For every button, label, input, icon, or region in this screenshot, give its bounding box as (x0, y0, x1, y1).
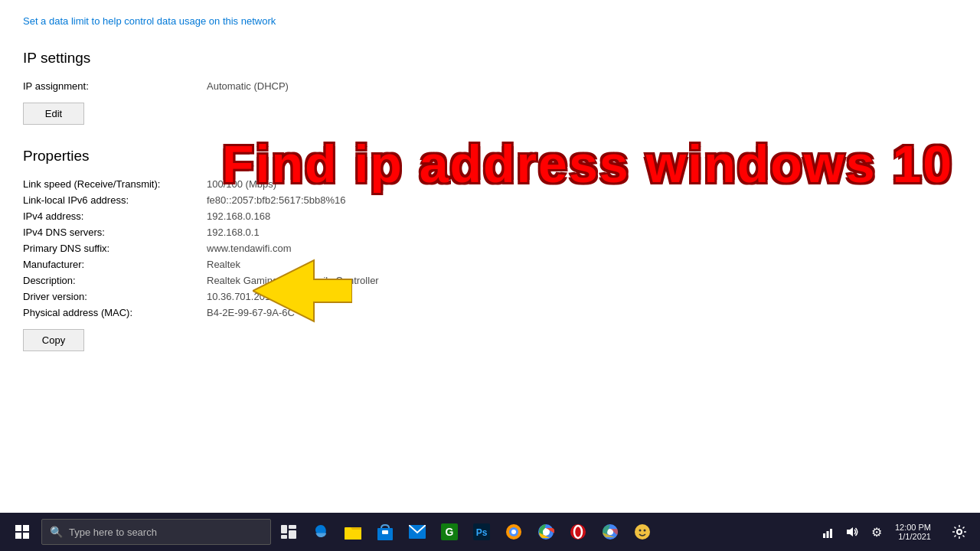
svg-point-26 (639, 530, 642, 532)
opera-icon[interactable] (562, 514, 594, 549)
svg-point-32 (957, 530, 962, 534)
svg-rect-30 (830, 529, 832, 538)
property-value: fe80::2057:bfb2:5617:5bb8%16 (207, 194, 345, 206)
property-value: Realtek Gaming GbE Family Controller (207, 275, 379, 286)
ip-settings-title: IP settings (23, 50, 957, 67)
ip-settings-section: IP settings IP assignment: Automatic (DH… (23, 50, 957, 140)
taskbar: 🔍 Type here to search (0, 513, 980, 551)
xbox-icon[interactable]: G (433, 514, 466, 549)
property-label: Manufacturer: (23, 259, 207, 270)
svg-marker-31 (847, 527, 853, 536)
system-clock[interactable]: 12:00 PM 1/1/2021 (890, 523, 936, 541)
settings-tray-icon[interactable]: ⚙ (866, 521, 887, 543)
property-row: Description:Realtek Gaming GbE Family Co… (23, 275, 957, 286)
svg-rect-8 (382, 530, 388, 534)
property-value: 192.168.0.1 (207, 227, 260, 238)
ip-assignment-value: Automatic (DHCP) (207, 80, 289, 92)
properties-section: Properties Link speed (Receive/Transmit)… (23, 148, 957, 351)
volume-tray-icon[interactable] (841, 521, 863, 543)
property-value: 192.168.0.168 (207, 210, 270, 222)
property-row: Link speed (Receive/Transmit):100/100 (M… (23, 178, 957, 190)
main-content: Set a data limit to help control data us… (0, 0, 980, 513)
properties-rows: Link speed (Receive/Transmit):100/100 (M… (23, 178, 957, 318)
property-row: Primary DNS suffix:www.tendawifi.com (23, 243, 957, 254)
svg-point-16 (511, 530, 516, 534)
property-row: Link-local IPv6 address:fe80::2057:bfb2:… (23, 194, 957, 206)
search-bar[interactable]: 🔍 Type here to search (41, 519, 271, 545)
svg-point-25 (635, 524, 650, 540)
svg-rect-6 (345, 530, 361, 540)
property-label: IPv4 address: (23, 210, 207, 222)
clock-date: 1/1/2021 (895, 532, 931, 541)
svg-point-27 (644, 530, 646, 532)
svg-rect-28 (823, 533, 825, 538)
mail-icon[interactable] (401, 514, 433, 549)
property-label: Driver version: (23, 291, 207, 302)
property-row: IPv4 DNS servers:192.168.0.1 (23, 227, 957, 238)
property-row: Physical address (MAC):B4-2E-99-67-9A-6C (23, 307, 957, 318)
property-row: IPv4 address:192.168.0.168 (23, 210, 957, 222)
file-explorer-icon[interactable] (337, 514, 369, 549)
property-label: Physical address (MAC): (23, 307, 207, 318)
svg-text:Ps: Ps (476, 527, 488, 538)
property-label: Primary DNS suffix: (23, 243, 207, 254)
task-view-icon[interactable] (273, 514, 305, 549)
svg-rect-2 (289, 525, 296, 529)
chrome2-icon[interactable] (594, 514, 626, 549)
svg-rect-1 (281, 525, 287, 533)
property-label: Description: (23, 275, 207, 286)
firefox-icon[interactable] (498, 514, 530, 549)
property-label: Link-local IPv6 address: (23, 194, 207, 206)
property-value: www.tendawifi.com (207, 243, 292, 254)
property-row: Manufacturer:Realtek (23, 259, 957, 270)
avatar-icon[interactable] (626, 514, 658, 549)
properties-title: Properties (23, 148, 957, 165)
svg-rect-29 (826, 531, 828, 538)
property-value: 100/100 (Mbps) (207, 178, 276, 190)
search-placeholder: Type here to search (69, 527, 157, 538)
search-icon: 🔍 (50, 526, 63, 538)
property-row: Driver version:10.36.701.2019 (23, 291, 957, 302)
store-icon[interactable] (369, 514, 401, 549)
property-value: Realtek (207, 259, 240, 270)
taskbar-apps: G Ps (273, 514, 658, 549)
svg-text:G: G (446, 526, 454, 538)
property-value: 10.36.701.2019 (207, 291, 276, 302)
settings-icon[interactable] (943, 514, 975, 549)
edge-icon[interactable] (305, 514, 337, 549)
svg-rect-3 (289, 530, 296, 539)
property-label: Link speed (Receive/Transmit): (23, 178, 207, 190)
svg-rect-4 (281, 535, 287, 539)
chrome-icon[interactable] (530, 514, 562, 549)
system-tray: ⚙ 12:00 PM 1/1/2021 (811, 521, 942, 543)
edit-button[interactable]: Edit (23, 103, 84, 125)
start-button[interactable] (5, 514, 40, 549)
network-tray-icon[interactable] (817, 521, 838, 543)
photoshop-icon[interactable]: Ps (466, 514, 498, 549)
copy-button[interactable]: Copy (23, 329, 84, 351)
svg-point-19 (543, 529, 549, 535)
ip-assignment-row: IP assignment: Automatic (DHCP) (23, 80, 957, 92)
property-value: B4-2E-99-67-9A-6C (207, 307, 295, 318)
svg-point-24 (608, 530, 613, 535)
clock-time: 12:00 PM (895, 523, 931, 532)
ip-assignment-label: IP assignment: (23, 80, 207, 92)
property-label: IPv4 DNS servers: (23, 227, 207, 238)
data-limit-link[interactable]: Set a data limit to help control data us… (23, 15, 957, 27)
